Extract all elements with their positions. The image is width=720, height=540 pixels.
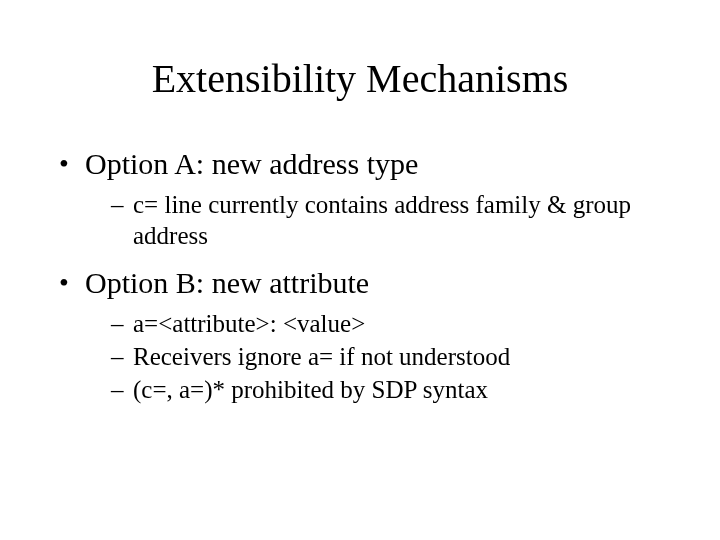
sub-bullet-item: Receivers ignore a= if not understood <box>111 341 665 372</box>
sub-bullet-item: c= line currently contains address famil… <box>111 189 665 252</box>
sub-bullet-list: c= line currently contains address famil… <box>85 189 665 252</box>
bullet-item: Option B: new attribute a=<attribute>: <… <box>55 266 665 406</box>
bullet-list: Option A: new address type c= line curre… <box>55 147 665 405</box>
sub-bullet-list: a=<attribute>: <value> Receivers ignore … <box>85 308 665 406</box>
sub-bullet-item: a=<attribute>: <value> <box>111 308 665 339</box>
bullet-item: Option A: new address type c= line curre… <box>55 147 665 252</box>
slide: Extensibility Mechanisms Option A: new a… <box>0 0 720 540</box>
bullet-text: Option B: new attribute <box>85 266 369 299</box>
slide-title: Extensibility Mechanisms <box>55 55 665 102</box>
bullet-text: Option A: new address type <box>85 147 418 180</box>
sub-bullet-item: (c=, a=)* prohibited by SDP syntax <box>111 374 665 405</box>
